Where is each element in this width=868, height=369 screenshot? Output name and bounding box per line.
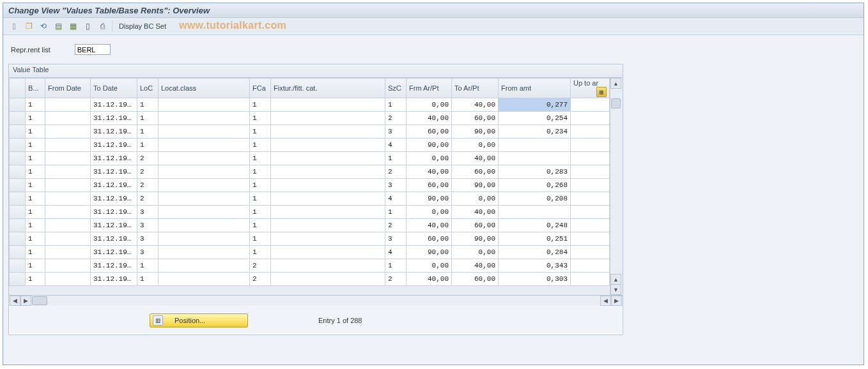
cell-fca[interactable]: 1 (250, 192, 271, 206)
cell-szc[interactable]: 4 (385, 246, 407, 259)
cell-frm[interactable]: 40,00 (407, 112, 452, 125)
cell-famt[interactable] (499, 139, 571, 152)
cell-fitt[interactable] (271, 112, 385, 125)
cell-to[interactable]: 31.12.1918 (91, 179, 137, 192)
row-selector[interactable] (10, 232, 26, 246)
cell-to[interactable]: 31.12.1918 (91, 206, 137, 219)
cell-locc[interactable] (159, 165, 250, 179)
cell-famt[interactable]: 0,251 (499, 232, 571, 246)
cell-upto[interactable] (571, 139, 610, 152)
cell-toar[interactable]: 0,00 (452, 246, 499, 259)
cell-b[interactable]: 1 (26, 206, 45, 219)
select-all-button[interactable] (66, 19, 80, 33)
cell-fca[interactable]: 1 (250, 152, 271, 165)
cell-frm[interactable]: 0,00 (407, 206, 452, 219)
position-button[interactable]: ▥ Position... (150, 313, 248, 328)
cell-toar[interactable]: 90,00 (452, 179, 499, 192)
column-header[interactable]: SzC (385, 79, 407, 98)
cell-upto[interactable] (571, 259, 610, 273)
cell-szc[interactable]: 1 (385, 152, 407, 165)
cell-upto[interactable] (571, 152, 610, 165)
cell-szc[interactable]: 2 (385, 273, 407, 286)
table-row[interactable]: 131.12.191831490,000,000,284 (10, 246, 610, 259)
cell-upto[interactable] (571, 192, 610, 206)
cell-frm[interactable]: 40,00 (407, 219, 452, 232)
cell-fca[interactable]: 1 (250, 206, 271, 219)
scroll-left-button-right[interactable]: ◀ (600, 296, 611, 306)
cell-from[interactable] (45, 259, 91, 273)
cell-fitt[interactable] (271, 192, 385, 206)
scroll-down-button[interactable]: ▼ (610, 284, 621, 295)
cell-loc[interactable]: 3 (137, 232, 159, 246)
cell-frm[interactable]: 60,00 (407, 125, 452, 139)
row-selector[interactable] (10, 246, 26, 259)
column-header[interactable]: Fixtur./fitt. cat. (271, 79, 385, 98)
cell-fitt[interactable] (271, 98, 385, 112)
cell-b[interactable]: 1 (26, 152, 45, 165)
row-selector[interactable] (10, 165, 26, 179)
cell-fca[interactable]: 1 (250, 246, 271, 259)
cell-fitt[interactable] (271, 125, 385, 139)
cell-fca[interactable]: 1 (250, 112, 271, 125)
deselect-all-button[interactable] (81, 19, 95, 33)
scroll-right-button-inner[interactable]: ▶ (20, 296, 31, 306)
cell-fca[interactable]: 1 (250, 179, 271, 192)
undo-button[interactable] (36, 19, 50, 33)
table-row[interactable]: 131.12.191811240,0060,000,254 (10, 112, 610, 125)
row-selector[interactable] (10, 152, 26, 165)
cell-famt[interactable] (499, 152, 571, 165)
cell-toar[interactable]: 40,00 (452, 152, 499, 165)
display-bc-set-link[interactable]: Display BC Set (119, 22, 166, 30)
vertical-scrollbar[interactable]: ▲ ▲ ▼ (610, 78, 621, 295)
table-row[interactable]: 131.12.191831240,0060,000,248 (10, 219, 610, 232)
row-selector[interactable] (10, 206, 26, 219)
cell-fitt[interactable] (271, 152, 385, 165)
cell-locc[interactable] (159, 179, 250, 192)
cell-locc[interactable] (159, 98, 250, 112)
cell-loc[interactable]: 3 (137, 219, 159, 232)
table-row[interactable]: 131.12.191821240,0060,000,283 (10, 165, 610, 179)
cell-from[interactable] (45, 219, 91, 232)
cell-to[interactable]: 31.12.1918 (91, 112, 137, 125)
cell-loc[interactable]: 3 (137, 206, 159, 219)
cell-szc[interactable]: 1 (385, 206, 407, 219)
cell-fitt[interactable] (271, 273, 385, 286)
row-selector[interactable] (10, 219, 26, 232)
cell-frm[interactable]: 0,00 (407, 152, 452, 165)
horizontal-scrollbar[interactable]: ◀ ▶ ◀ ▶ (9, 296, 623, 306)
cell-upto[interactable] (571, 98, 610, 112)
cell-b[interactable]: 1 (26, 246, 45, 259)
cell-fitt[interactable] (271, 232, 385, 246)
cell-locc[interactable] (159, 206, 250, 219)
row-selector[interactable] (10, 139, 26, 152)
cell-toar[interactable]: 40,00 (452, 259, 499, 273)
cell-loc[interactable]: 2 (137, 165, 159, 179)
cell-from[interactable] (45, 98, 91, 112)
cell-b[interactable]: 1 (26, 179, 45, 192)
cell-locc[interactable] (159, 139, 250, 152)
table-row[interactable]: 131.12.19183110,0040,00 (10, 206, 610, 219)
cell-loc[interactable]: 1 (137, 273, 159, 286)
cell-locc[interactable] (159, 112, 250, 125)
cell-loc[interactable]: 2 (137, 179, 159, 192)
table-settings-icon[interactable]: ▦ (596, 87, 607, 97)
cell-from[interactable] (45, 273, 91, 286)
cell-b[interactable]: 1 (26, 192, 45, 206)
cell-from[interactable] (45, 246, 91, 259)
cell-famt[interactable]: 0,343 (499, 259, 571, 273)
scroll-thumb-vertical[interactable] (611, 98, 621, 109)
cell-to[interactable]: 31.12.1918 (91, 152, 137, 165)
cell-b[interactable]: 1 (26, 139, 45, 152)
cell-szc[interactable]: 3 (385, 179, 407, 192)
cell-szc[interactable]: 3 (385, 232, 407, 246)
column-header[interactable]: From Date (45, 79, 91, 98)
cell-frm[interactable]: 90,00 (407, 139, 452, 152)
cell-szc[interactable]: 1 (385, 98, 407, 112)
column-header[interactable]: Locat.class (159, 79, 250, 98)
cell-from[interactable] (45, 206, 91, 219)
table-row[interactable]: 131.12.19181210,0040,000,343 (10, 259, 610, 273)
cell-fca[interactable]: 1 (250, 232, 271, 246)
row-selector[interactable] (10, 98, 26, 112)
cell-frm[interactable]: 60,00 (407, 179, 452, 192)
cell-to[interactable]: 31.12.1918 (91, 232, 137, 246)
